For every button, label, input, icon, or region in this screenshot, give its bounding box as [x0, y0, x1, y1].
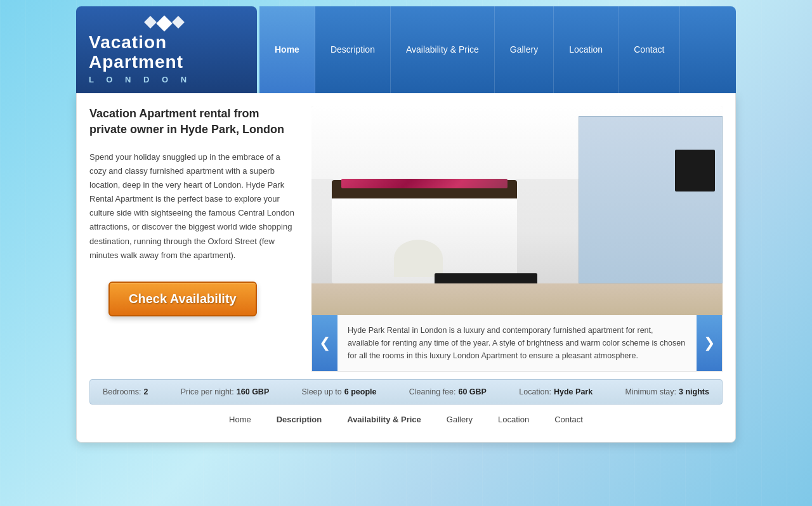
stat-location: Location: Hyde Park: [519, 387, 593, 396]
diamond-center-icon: [156, 15, 172, 31]
footer-nav-gallery[interactable]: Gallery: [447, 415, 473, 424]
sleep-value: 6 people: [344, 387, 377, 396]
price-label: Price per night:: [181, 387, 234, 396]
sleep-label: Sleep up to: [302, 387, 342, 396]
cleaning-value: 60 GBP: [458, 387, 486, 396]
minstay-value: 3 nights: [679, 387, 709, 396]
nav-description[interactable]: Description: [315, 6, 391, 93]
right-column: ❮ Hyde Park Rental in London is a luxury…: [311, 106, 723, 372]
stat-price: Price per night: 160 GBP: [181, 387, 270, 396]
nav-home[interactable]: Home: [259, 6, 315, 93]
tv: [675, 150, 715, 191]
footer-nav-location[interactable]: Location: [498, 415, 529, 424]
footer-nav-availability[interactable]: Availability & Price: [347, 415, 421, 424]
stat-cleaning: Cleaning fee: 60 GBP: [409, 387, 487, 396]
logo-box: Vacation Apartment L O N D O N: [76, 6, 257, 93]
slider-prev-button[interactable]: ❮: [312, 315, 337, 371]
headboard: [332, 180, 517, 199]
minstay-label: Minimum stay:: [625, 387, 676, 396]
stat-minstay: Minimum stay: 3 nights: [625, 387, 709, 396]
header: Vacation Apartment L O N D O N Home Desc…: [0, 0, 812, 93]
footer-nav-contact[interactable]: Contact: [554, 415, 583, 424]
diamond-icon: [172, 16, 185, 29]
footer-navigation: Home Description Availability & Price Ga…: [89, 405, 723, 429]
navigation: Home Description Availability & Price Ga…: [259, 6, 736, 93]
apartment-photo: [311, 106, 723, 315]
diamond-icon: [144, 16, 157, 29]
slider-next-button[interactable]: ❯: [697, 315, 722, 371]
nav-location[interactable]: Location: [554, 6, 619, 93]
mirror-wall: [579, 116, 723, 283]
check-availability-button[interactable]: Check Availability: [108, 282, 257, 316]
floor: [311, 283, 723, 315]
logo-diamonds: [146, 18, 183, 29]
location-value: Hyde Park: [554, 387, 593, 396]
apartment-image: [311, 106, 723, 315]
left-column: Vacation Apartment rental from private o…: [89, 106, 299, 372]
stats-bar: Bedrooms: 2 Price per night: 160 GBP Sle…: [89, 379, 723, 405]
description-text: Spend your holiday snuggled up in the em…: [89, 150, 299, 263]
main-wrapper: Vacation Apartment rental from private o…: [0, 93, 812, 455]
nav-availability[interactable]: Availability & Price: [391, 6, 495, 93]
bedrooms-value: 2: [143, 387, 148, 396]
chair: [394, 240, 443, 277]
bedrooms-label: Bedrooms:: [103, 387, 141, 396]
logo-title: Vacation Apartment: [89, 33, 244, 72]
content-inner: Vacation Apartment rental from private o…: [89, 106, 723, 372]
main-heading: Vacation Apartment rental from private o…: [89, 106, 299, 138]
stat-bedrooms: Bedrooms: 2: [103, 387, 148, 396]
nav-gallery[interactable]: Gallery: [495, 6, 554, 93]
footer-nav-home[interactable]: Home: [229, 415, 251, 424]
image-slider: ❮ Hyde Park Rental in London is a luxury…: [311, 315, 723, 372]
logo-subtitle: L O N D O N: [89, 75, 192, 84]
nav-contact[interactable]: Contact: [619, 6, 680, 93]
content-card: Vacation Apartment rental from private o…: [76, 93, 736, 443]
cleaning-label: Cleaning fee:: [409, 387, 456, 396]
artwork: [341, 179, 508, 188]
price-value: 160 GBP: [237, 387, 269, 396]
footer-nav-description[interactable]: Description: [277, 415, 322, 424]
stat-sleep: Sleep up to 6 people: [302, 387, 377, 396]
slider-description: Hyde Park Rental in London is a luxury a…: [337, 315, 697, 371]
location-label: Location:: [519, 387, 551, 396]
